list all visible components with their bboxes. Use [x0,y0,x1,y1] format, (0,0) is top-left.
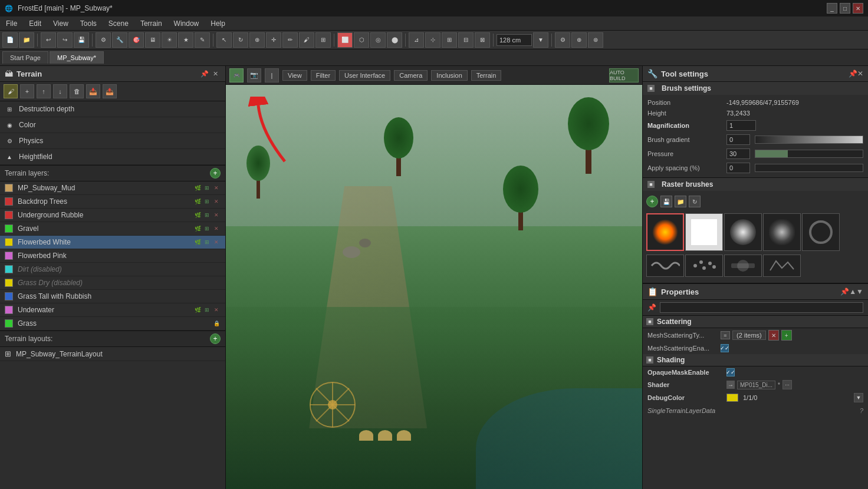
layer-grid-icon[interactable]: ⊞ [203,184,211,192]
section-heightfield[interactable]: ▲ Heightfield [0,149,225,165]
size-dec[interactable]: ▼ [533,32,548,48]
mesh-type-expand-icon[interactable]: = [721,331,730,339]
layer-grid3-icon[interactable]: ⊞ [203,211,211,219]
layer-gravel[interactable]: Gravel 🌿 ⊞ ✕ [0,222,225,236]
rotate-btn[interactable]: ↻ [233,32,248,48]
terrain-menu[interactable]: Terrain [471,70,502,81]
props-up[interactable]: ▲ [849,288,856,296]
undo-button[interactable]: ↩ [41,32,56,48]
panel-close-button[interactable]: ✕ [210,68,221,79]
layer-backdrop-trees[interactable]: Backdrop Trees 🌿 ⊞ ✕ [0,195,225,209]
layer-del5-icon[interactable]: ✕ [212,238,221,246]
brush-dots[interactable] [685,255,723,277]
layer-vis4-icon[interactable]: 🌿 [193,224,202,233]
grid-btn[interactable]: ⊞ [442,32,457,48]
debug-color-more-button[interactable]: ▼ [854,393,863,402]
layer-visible-icon[interactable]: 🌿 [193,184,202,192]
brush-custom[interactable] [763,255,801,277]
shading-header[interactable]: ■ Shading [643,354,868,366]
layer-grass-dry[interactable]: Grass Dry (disabled) [0,276,225,290]
minimize-button[interactable]: _ [827,3,837,14]
menu-tools[interactable]: Tools [74,18,103,29]
tool8[interactable]: ⊞ [315,32,331,48]
snap-btn[interactable]: ⊟ [458,32,474,48]
help-icon[interactable]: ? [860,407,863,414]
terrain-export-tool[interactable]: 📤 [103,84,117,98]
tool7[interactable]: ✎ [195,32,210,48]
terrain-delete-tool[interactable]: 🗑 [70,84,84,98]
props-down[interactable]: ▼ [856,288,863,296]
brush-gradient-slider[interactable] [755,136,863,144]
layer-dirt[interactable]: Dirt (disabled) [0,263,225,276]
settings2-btn[interactable]: ⊕ [571,32,587,48]
menu-scene[interactable]: Scene [103,18,134,29]
layer-vis-icon[interactable]: 🌿 [193,197,202,206]
layer-mp-subway-mud[interactable]: MP_Subway_Mud 🌿 ⊞ ✕ [0,181,225,195]
terrain-paint-tool[interactable]: 🖌 [4,84,18,98]
load-brush-button[interactable]: 📁 [675,196,686,207]
scattering-header[interactable]: ■ Scattering [643,316,868,328]
section-destruction[interactable]: ⊞ Destruction depth [0,101,225,117]
tool12[interactable]: ⬤ [387,32,402,48]
ui-menu[interactable]: User Interface [339,70,390,81]
layer-del4-icon[interactable]: ✕ [212,224,221,233]
tool6[interactable]: ★ [178,32,193,48]
terrain-remove-tool[interactable]: ↑ [37,84,51,98]
gameview-button[interactable]: 🎮 [229,68,244,82]
pressure-slider[interactable] [755,150,863,158]
layer-grid9-icon[interactable]: ⊞ [203,306,211,314]
add-layout-button[interactable]: + [210,333,221,344]
brush-circle-selected[interactable] [646,213,684,251]
layer-del-icon[interactable]: ✕ [212,184,221,192]
menu-edit[interactable]: Edit [23,18,47,29]
tool3[interactable]: 🎯 [129,32,144,48]
scattering-expand[interactable]: ■ [646,318,653,325]
save-button[interactable]: 💾 [74,32,89,48]
vp-icon3[interactable]: | [265,68,279,82]
select-btn[interactable]: ↖ [216,32,232,48]
layer-flowerbed-pink[interactable]: Flowerbed Pink [0,249,225,263]
paint-btn[interactable]: 🖌 [299,32,314,48]
layer-del2-icon[interactable]: ✕ [212,197,221,206]
raster-expand-icon[interactable]: ■ [647,181,655,188]
menu-terrain[interactable]: Terrain [134,18,168,29]
terrain-add-tool[interactable]: + [20,84,34,98]
raster-brushes-header[interactable]: ■ Raster brushes [643,178,868,191]
size-input[interactable] [497,34,532,46]
layer-underwater[interactable]: Underwater 🌿 ⊞ ✕ [0,303,225,317]
maximize-button[interactable]: □ [840,3,850,14]
layer-vis3-icon[interactable]: 🌿 [193,211,202,219]
brush-btn[interactable]: ✏ [282,32,298,48]
layer-grass[interactable]: Grass 🔒 [0,317,225,331]
mesh-type-add-button[interactable]: + [781,330,792,341]
inclusion-menu[interactable]: Inclusion [431,70,467,81]
move2-btn[interactable]: ⊿ [409,32,424,48]
layer-vis5-icon[interactable]: 🌿 [193,238,202,246]
settings-btn[interactable]: ⚙ [555,32,570,48]
opaque-mask-checkbox[interactable]: ✓ [726,368,735,376]
open-button[interactable]: 📁 [19,32,34,48]
brush-gradient-input[interactable] [726,134,750,145]
layer-grid2-icon[interactable]: ⊞ [203,197,211,206]
tool-settings-close[interactable]: ✕ [857,70,863,78]
props-pin[interactable]: 📌 [840,288,849,296]
magnification-input[interactable] [726,120,756,131]
tool2[interactable]: 🔧 [112,32,127,48]
close-button[interactable]: ✕ [853,3,863,14]
layer-vis9-icon[interactable]: 🌿 [193,306,202,314]
panel-pin-button[interactable]: 📌 [199,68,210,79]
save-brush-button[interactable]: 💾 [660,196,672,207]
apply-spacing-input[interactable] [726,163,750,173]
pressure-input[interactable] [726,148,750,159]
terrain-down-tool[interactable]: ↓ [53,84,67,98]
camera-button[interactable]: 📷 [247,68,261,82]
tool11[interactable]: ◎ [370,32,386,48]
filter-menu[interactable]: Filter [311,70,336,81]
menu-view[interactable]: View [47,18,74,29]
brush-soft[interactable] [724,213,762,251]
scale-btn[interactable]: ⊕ [249,32,265,48]
align-btn[interactable]: ⊹ [425,32,440,48]
menu-file[interactable]: File [0,18,23,29]
tool4[interactable]: 🖥 [145,32,160,48]
add-layer-button[interactable]: + [210,168,221,179]
